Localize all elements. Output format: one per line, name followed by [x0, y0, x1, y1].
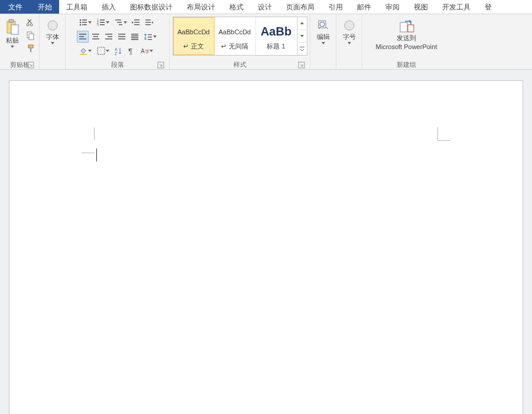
svg-rect-64: [400, 22, 407, 32]
tab-review[interactable]: 审阅: [378, 0, 407, 14]
tab-references[interactable]: 引用: [322, 0, 350, 14]
paste-label: 粘贴: [6, 37, 19, 44]
style-heading1[interactable]: AaBb 标题 1: [256, 17, 297, 55]
align-center-button[interactable]: [90, 31, 102, 43]
multilevel-list-button[interactable]: [112, 17, 129, 28]
svg-rect-28: [134, 24, 140, 25]
svg-rect-43: [118, 38, 125, 40]
chevron-down-icon: [106, 50, 109, 52]
find-icon: [317, 19, 330, 32]
shading-button[interactable]: [77, 45, 93, 57]
group-paragraph: 123 AZ ¶ A字: [65, 14, 169, 69]
launcher-icon: [298, 62, 305, 69]
numbering-button[interactable]: 123: [95, 17, 111, 28]
distributed-button[interactable]: [129, 31, 141, 43]
svg-rect-48: [148, 34, 152, 35]
svg-rect-32: [79, 34, 86, 35]
increase-indent-button[interactable]: [143, 17, 155, 28]
clipboard-launcher[interactable]: [27, 62, 34, 69]
cut-button[interactable]: [25, 17, 37, 28]
tab-layout-design[interactable]: 布局设计: [180, 0, 222, 14]
svg-rect-34: [79, 38, 86, 40]
borders-button[interactable]: [95, 45, 111, 57]
tab-format[interactable]: 格式: [222, 0, 251, 14]
font-group-button[interactable]: 字体: [43, 17, 63, 59]
svg-point-13: [79, 22, 81, 24]
brush-icon: [26, 44, 35, 53]
page[interactable]: [9, 80, 523, 414]
tab-developer[interactable]: 开发工具: [435, 0, 478, 14]
paragraph-launcher[interactable]: [157, 62, 164, 69]
svg-rect-29: [145, 20, 151, 20]
chevron-down-icon: [300, 35, 304, 37]
line-spacing-button[interactable]: [142, 31, 158, 43]
chevron-down-icon: [150, 50, 153, 52]
svg-rect-65: [408, 25, 414, 32]
svg-rect-47: [131, 39, 138, 40]
tab-signin[interactable]: 登: [478, 0, 499, 14]
chevron-down-icon: [51, 42, 54, 44]
symbols-button[interactable]: 字号: [339, 17, 359, 59]
style-preview: AaBb: [261, 22, 291, 42]
asian-layout-button[interactable]: A字: [138, 45, 155, 57]
bullets-button[interactable]: [77, 17, 93, 28]
asian-layout-icon: A字: [140, 46, 150, 56]
pilcrow-icon: ¶: [126, 46, 136, 56]
group-clipboard: 粘贴 剪贴板: [0, 14, 39, 69]
align-justify-button[interactable]: [116, 31, 128, 43]
launcher-icon: [27, 62, 34, 69]
svg-rect-14: [82, 22, 87, 23]
align-left-button[interactable]: [77, 31, 89, 43]
style-name: ↵ 无间隔: [221, 42, 248, 51]
svg-rect-40: [105, 38, 112, 40]
tab-toolbox[interactable]: 工具箱: [59, 0, 95, 14]
outdent-icon: [131, 18, 141, 27]
group-font: 字体: [39, 14, 65, 69]
align-right-button[interactable]: [103, 31, 115, 43]
svg-rect-41: [118, 34, 125, 35]
styles-launcher[interactable]: [298, 62, 305, 69]
multilevel-icon: [114, 18, 124, 27]
style-preview: AaBbCcDd: [177, 22, 209, 42]
numbering-icon: 123: [96, 18, 106, 27]
svg-rect-1: [9, 20, 14, 22]
tab-page-layout[interactable]: 页面布局: [279, 0, 322, 14]
gallery-more[interactable]: [298, 43, 307, 55]
gallery-up[interactable]: [298, 17, 307, 30]
svg-rect-2: [11, 25, 18, 34]
send-to-icon: [399, 19, 414, 33]
group-paragraph-label: 段落: [111, 61, 124, 68]
svg-point-11: [79, 20, 81, 21]
text-cursor: [96, 148, 97, 161]
send-target-label: Microsoft PowerPoint: [376, 43, 437, 51]
decrease-indent-button[interactable]: [130, 17, 142, 28]
send-to-powerpoint-button[interactable]: 发送到 Microsoft PowerPoint: [365, 17, 448, 59]
tab-view[interactable]: 视图: [407, 0, 435, 14]
svg-rect-42: [118, 36, 125, 37]
style-normal[interactable]: AaBbCcDd ↵ 正文: [173, 17, 215, 55]
svg-rect-26: [134, 20, 140, 20]
borders-icon: [96, 46, 106, 56]
gallery-down[interactable]: [298, 30, 307, 43]
svg-rect-44: [131, 34, 138, 35]
show-marks-button[interactable]: ¶: [125, 45, 137, 57]
tab-insert[interactable]: 插入: [95, 0, 123, 14]
copy-button[interactable]: [25, 30, 37, 41]
svg-text:字: 字: [145, 49, 150, 54]
group-newgroup-label: 新建组: [397, 61, 416, 68]
send-to-label: 发送到: [397, 34, 416, 42]
group-symbols: 字号: [336, 14, 362, 69]
document-area[interactable]: [0, 70, 532, 414]
tab-chart-data-design[interactable]: 图标数据设计: [123, 0, 180, 14]
margin-corner-tr: [437, 127, 438, 140]
paste-button[interactable]: 粘贴: [2, 17, 22, 59]
editing-button[interactable]: 编辑: [313, 17, 333, 59]
tab-mailings[interactable]: 邮件: [350, 0, 378, 14]
format-painter-button[interactable]: [25, 43, 37, 54]
tab-design[interactable]: 设计: [251, 0, 279, 14]
tab-file[interactable]: 文件: [0, 0, 31, 14]
tab-home[interactable]: 开始: [31, 0, 59, 14]
sort-button[interactable]: AZ: [112, 45, 124, 57]
style-no-spacing[interactable]: AaBbCcDd ↵ 无间隔: [215, 17, 256, 55]
svg-point-4: [30, 24, 33, 26]
